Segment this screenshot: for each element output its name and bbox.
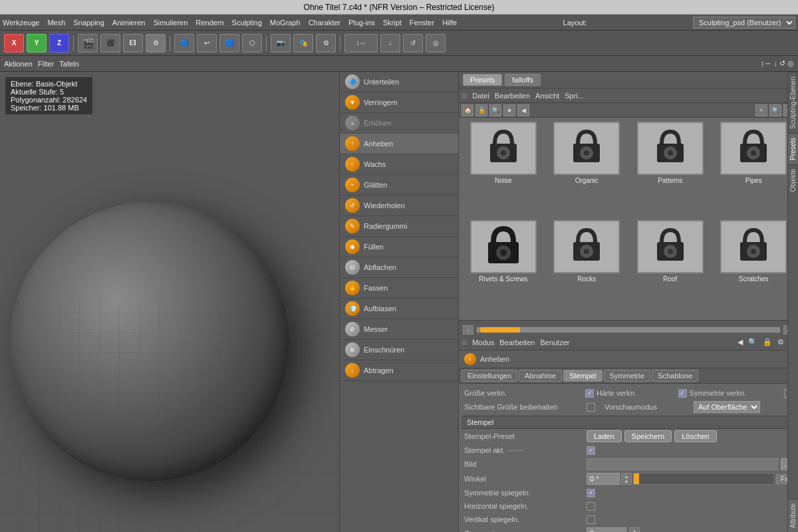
- side-tab-attribute[interactable]: Attribute: [788, 499, 798, 532]
- attr-lock-icon[interactable]: 🔒: [763, 338, 772, 346]
- preset-menu-bearbeiten[interactable]: Bearbeiten: [495, 92, 530, 100]
- winkel-input[interactable]: [587, 473, 620, 485]
- tool-messer[interactable]: ⊘ Messer: [340, 319, 458, 340]
- preset-noise[interactable]: Noise: [463, 122, 544, 217]
- preset-menu-datei[interactable]: Datei: [472, 92, 489, 100]
- menu-hilfe[interactable]: Hilfe: [442, 19, 457, 27]
- settings-button[interactable]: ⚙: [316, 34, 336, 53]
- menu-werkzeuge[interactable]: Werkzeuge: [3, 19, 39, 27]
- preset-menu-spri[interactable]: Spri...: [565, 92, 584, 100]
- attr-search-icon[interactable]: 🔍: [748, 338, 757, 346]
- sym-spiegeln-checkbox[interactable]: [587, 489, 595, 497]
- preset-patterns[interactable]: Patterns: [630, 122, 711, 217]
- thumb-size-small-icon[interactable]: ▫: [463, 325, 473, 334]
- preset-menu-ansicht[interactable]: Ansicht: [535, 92, 559, 100]
- menu-snapping[interactable]: Snapping: [73, 19, 104, 27]
- snap1-button[interactable]: ↕↔: [344, 34, 378, 53]
- tool-anheben[interactable]: ↑ Anheben: [340, 134, 458, 154]
- tool-fuellen[interactable]: ◉ Füllen: [340, 237, 458, 257]
- axis-z-button[interactable]: Z: [49, 34, 69, 53]
- menu-aktionen[interactable]: Aktionen: [4, 60, 33, 68]
- tool-fassen[interactable]: ✋ Fassen: [340, 278, 458, 299]
- tab-falloffs[interactable]: falloffs: [505, 74, 541, 86]
- attr-back-icon[interactable]: ◀: [737, 338, 743, 346]
- menu-tafeln[interactable]: Tafeln: [59, 60, 78, 68]
- transform-button[interactable]: ⬡: [242, 34, 262, 53]
- snap2-button[interactable]: ↓: [380, 34, 400, 53]
- tool-abflachen[interactable]: ⊟ Abflachen: [340, 257, 458, 278]
- attr-menu-bearbeiten[interactable]: Bearbeiten: [499, 338, 535, 346]
- axis-x-button[interactable]: X: [4, 34, 24, 53]
- side-tab-sculpting-ebenen[interactable]: Sculpting-Ebenen: [788, 72, 798, 133]
- attr-menu-modus[interactable]: Modus: [472, 338, 494, 346]
- preset-rocks[interactable]: Rocks: [547, 220, 628, 316]
- preset-star-icon[interactable]: ★: [503, 104, 515, 116]
- tool-verringern[interactable]: ▼ Verringern: [340, 92, 458, 113]
- winkel-spin[interactable]: ▲ ▼: [621, 473, 632, 485]
- laden-button[interactable]: Laden: [587, 430, 622, 442]
- tab-schablone[interactable]: Schablone: [652, 370, 698, 382]
- menu-fenster[interactable]: Fenster: [410, 19, 434, 27]
- tab-abnahme[interactable]: Abnahme: [519, 370, 562, 382]
- snap3-button[interactable]: ↺: [403, 34, 423, 53]
- menu-skript[interactable]: Skript: [383, 19, 402, 27]
- target-icon[interactable]: ◎: [787, 59, 794, 68]
- menu-mograph[interactable]: MoGraph: [270, 19, 301, 27]
- tool-erhoehen[interactable]: ▲ Erhöhen: [340, 113, 458, 134]
- menu-mesh[interactable]: Mesh: [47, 19, 65, 27]
- tool-aufblasen[interactable]: 💨 Aufblasen: [340, 299, 458, 319]
- preset-back-icon[interactable]: ◀: [517, 104, 529, 116]
- tool-unterteilen[interactable]: 🔷 Unterteilen: [340, 72, 458, 92]
- tool-radiergummi[interactable]: ✎ Radiergummi: [340, 216, 458, 237]
- grauwert-input[interactable]: [587, 527, 626, 532]
- camera-button[interactable]: 📷: [271, 34, 291, 53]
- haerte-checkbox[interactable]: [678, 389, 687, 398]
- sichtbar-checkbox[interactable]: [587, 403, 595, 412]
- loeschen-button[interactable]: Löschen: [674, 430, 717, 442]
- bild-input[interactable]: [587, 458, 778, 470]
- attr-settings-icon[interactable]: ⚙: [777, 338, 784, 346]
- tab-presets[interactable]: Presets: [463, 74, 502, 86]
- side-tab-objekte[interactable]: Objekte: [788, 164, 798, 196]
- grauwert-spin[interactable]: ▲ ▼: [629, 527, 640, 532]
- preset-lock-icon[interactable]: 🔒: [475, 104, 487, 116]
- sculpt-mode-button[interactable]: ⚙: [146, 34, 166, 53]
- vorschau-select[interactable]: Auf Oberfläche: [694, 401, 760, 413]
- groesse-checkbox[interactable]: [585, 389, 594, 398]
- presets-scrollbar-track[interactable]: [476, 327, 781, 333]
- menu-sculpting[interactable]: Sculpting: [232, 19, 262, 27]
- spin-down-icon[interactable]: ▼: [622, 479, 631, 484]
- tool-glaetten[interactable]: ~ Glätten: [340, 175, 458, 196]
- preset-search-icon[interactable]: 🔍: [489, 104, 501, 116]
- stempel-akt-checkbox[interactable]: [587, 446, 595, 455]
- move-button[interactable]: 🔵: [174, 34, 194, 53]
- scale-button[interactable]: 🟦: [219, 34, 239, 53]
- layout-selector[interactable]: Sculpting_psd (Benutzer): [693, 17, 795, 29]
- polygon-mode-button[interactable]: 🎞: [123, 34, 143, 53]
- object-mode-button[interactable]: 🎬: [78, 34, 98, 53]
- preset-zoom-in-icon[interactable]: +: [755, 104, 767, 116]
- menu-plugins[interactable]: Plug-ins: [348, 19, 375, 27]
- menu-rendern[interactable]: Rendern: [196, 19, 223, 27]
- points-mode-button[interactable]: ⬛: [100, 34, 120, 53]
- record-button[interactable]: 🎭: [293, 34, 313, 53]
- tool-abtragen[interactable]: ↓ Abtragen: [340, 360, 458, 381]
- viewport[interactable]: Ebene: Basis-Objekt Aktuelle Stufe: 5 Po…: [0, 72, 339, 532]
- menu-animieren[interactable]: Animieren: [112, 19, 146, 27]
- move-icon[interactable]: ↕↔: [761, 59, 772, 68]
- snap4-button[interactable]: ◎: [426, 34, 446, 53]
- vert-spiegeln-checkbox[interactable]: [587, 515, 595, 524]
- preset-scratches[interactable]: Scratches: [714, 220, 795, 316]
- tool-wiederholen[interactable]: ↺ Wiederholen: [340, 196, 458, 216]
- down-icon[interactable]: ↓: [774, 59, 778, 68]
- menu-charakter[interactable]: Charakter: [309, 19, 340, 27]
- preset-roof[interactable]: Roof: [630, 220, 711, 316]
- grauwert-spin-up[interactable]: ▲: [630, 528, 639, 532]
- preset-pipes[interactable]: Pipes: [714, 122, 795, 217]
- preset-search2-icon[interactable]: 🔍: [769, 104, 781, 116]
- horiz-spiegeln-checkbox[interactable]: [587, 502, 595, 511]
- side-tab-presets[interactable]: Presets: [788, 133, 798, 164]
- tab-symmetrie[interactable]: Symmetrie: [604, 370, 651, 382]
- winkel-bar[interactable]: [633, 473, 775, 485]
- spin-up-icon[interactable]: ▲: [622, 473, 631, 479]
